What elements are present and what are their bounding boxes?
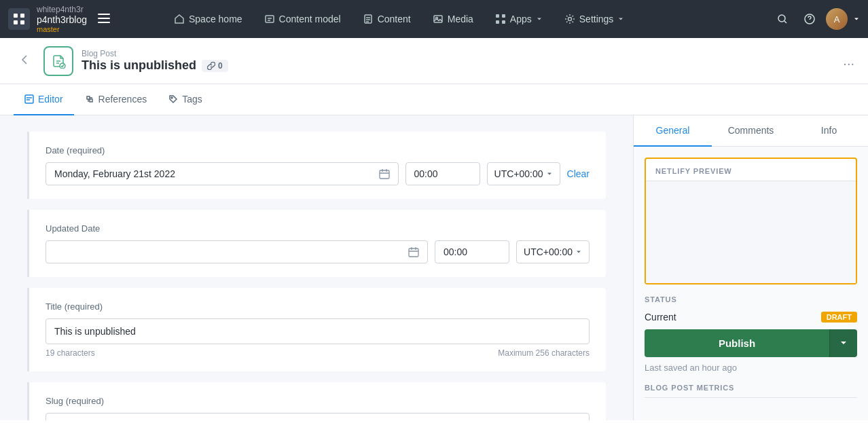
status-section: STATUS Current DRAFT Publish Last saved … [645,295,857,398]
nav-label-media: Media [448,14,473,24]
slug-field-section: Slug (required) this-is-unpublished [27,382,606,420]
updated-timezone-chevron-icon [575,249,582,255]
char-count-row: 19 characters Maximum 256 characters [46,348,590,358]
title-field-section: Title (required) 19 characters Maximum 2… [27,288,606,371]
publish-button[interactable]: Publish [645,329,829,357]
date-text-input[interactable] [54,168,374,179]
slug-field-label: Slug (required) [46,396,590,406]
nav-label-content: Content [378,14,411,24]
avatar[interactable]: A [826,8,848,30]
org-name: whitep4nth3r [37,5,87,14]
nav-item-content-model[interactable]: Content model [255,8,350,30]
apps-chevron-icon [536,16,543,22]
slug-input-wrap[interactable]: this-is-unpublished [46,413,590,420]
link-count: 0 [218,61,223,71]
tab-references[interactable]: References [74,84,158,115]
svg-rect-5 [98,18,110,19]
editor-area: Date (required) UTC+00:00 Clear Updated … [0,115,633,420]
svg-rect-0 [14,14,18,18]
org-section: whitep4nth3r p4nth3rblog master [8,5,164,33]
date-field-label: Date (required) [46,145,590,155]
sidebar-tab-comments[interactable]: Comments [712,115,790,147]
date-field-section: Date (required) UTC+00:00 Clear [27,132,606,199]
help-button[interactable] [799,8,820,30]
svg-rect-14 [502,20,505,24]
app-grid-button[interactable] [8,8,30,30]
clear-button[interactable]: Clear [567,168,590,179]
nav-label-space-home: Space home [189,14,242,24]
draft-badge: DRAFT [821,312,857,323]
status-row: Current DRAFT [645,312,857,323]
updated-date-field-label: Updated Date [46,223,590,234]
svg-rect-6 [98,22,110,23]
back-button[interactable] [14,49,35,73]
publish-dropdown-button[interactable] [829,329,857,357]
link-badge[interactable]: 0 [202,60,228,72]
org-info: whitep4nth3r p4nth3rblog master [37,5,87,33]
svg-point-15 [568,18,571,21]
time-input[interactable] [405,162,480,185]
content-header: Blog Post This is unpublished 0 ... [0,38,868,84]
main-layout: Date (required) UTC+00:00 Clear Updated … [0,115,868,420]
title-text-input[interactable] [46,318,590,344]
updated-timezone-select[interactable]: UTC+00:00 [516,240,590,263]
nav-label-content-model: Content model [279,14,341,24]
svg-point-20 [171,97,173,98]
content-type-label: Blog Post [82,49,835,58]
nav-right: A [772,8,860,30]
nav-label-settings: Settings [579,14,614,24]
nav-items: Space home Content model Content Media A… [164,8,772,30]
timezone-select[interactable]: UTC+00:00 [487,162,560,185]
updated-date-field-section: Updated Date UTC+00:00 [27,210,606,277]
char-count: 19 characters [46,348,95,358]
status-heading: STATUS [645,295,857,304]
svg-rect-11 [496,14,499,18]
publish-button-wrap: Publish [645,329,857,357]
updated-time-text-input[interactable] [444,246,501,257]
nav-item-media[interactable]: Media [423,8,483,30]
svg-rect-2 [14,20,18,24]
top-navigation: whitep4nth3r p4nth3rblog master Space ho… [0,0,868,38]
date-field-row: UTC+00:00 Clear [46,162,590,185]
time-text-input[interactable] [414,168,471,179]
content-type-icon [43,46,73,76]
search-button[interactable] [772,8,793,30]
updated-date-field-row: UTC+00:00 [46,240,590,263]
updated-date-text-input[interactable] [54,246,403,257]
org-branch: master [37,25,87,33]
svg-rect-7 [266,16,274,22]
updated-time-input[interactable] [435,240,509,263]
sidebar-tabs: General Comments Info [634,115,868,147]
nav-item-apps[interactable]: Apps [486,8,552,30]
timezone-chevron-icon [546,170,553,177]
svg-rect-19 [25,95,33,103]
nav-item-space-home[interactable]: Space home [164,8,252,30]
netlify-preview-title: NETLIFY PREVIEW [646,159,856,181]
nav-item-content[interactable]: Content [353,8,420,30]
references-tab-icon [85,94,94,104]
blog-metrics-heading: BLOG POST METRICS [645,384,857,398]
last-saved-text: Last saved an hour ago [645,363,857,373]
svg-rect-21 [380,170,389,179]
nav-label-apps: Apps [510,14,532,24]
tab-tags[interactable]: Tags [158,84,213,115]
status-current-label: Current [645,312,676,323]
svg-rect-12 [502,14,505,18]
date-input[interactable] [46,162,399,185]
netlify-preview-body [646,181,856,283]
svg-point-16 [778,15,785,22]
hamburger-button[interactable] [94,10,114,29]
title-field-label: Title (required) [46,301,590,312]
nav-item-settings[interactable]: Settings [555,8,634,30]
svg-rect-1 [20,14,24,18]
updated-date-input[interactable] [46,240,428,263]
link-icon [207,62,215,70]
sidebar-tab-info[interactable]: Info [790,115,868,147]
sidebar-tab-general[interactable]: General [634,115,712,147]
tab-editor[interactable]: Editor [14,84,74,115]
svg-rect-3 [20,20,24,24]
svg-rect-4 [98,14,110,15]
tags-tab-icon [168,94,178,104]
svg-rect-13 [496,20,499,24]
more-options-button[interactable]: ... [843,53,854,69]
